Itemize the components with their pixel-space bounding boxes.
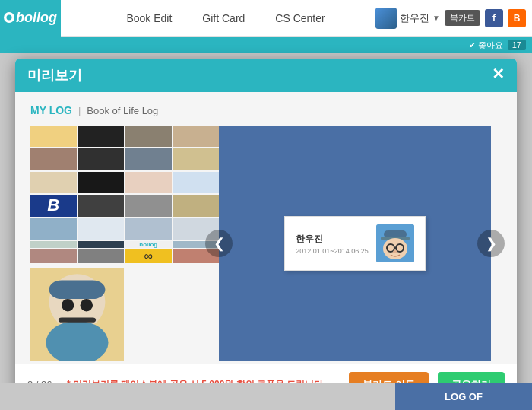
main-area: 미리보기 ✕ MY LOG | Book of Life Log: [0, 53, 532, 410]
photo-cell: [30, 268, 124, 361]
modal-header: 미리보기 ✕: [15, 59, 517, 92]
nav-book-edit[interactable]: Book Edit: [126, 12, 172, 24]
photo-cell: [30, 249, 77, 263]
header: bollog Book Edit Gift Card CS Center 한우진…: [0, 0, 532, 37]
like-bar: ✔ 좋아요 17: [0, 37, 532, 53]
main-nav: Book Edit Gift Card CS Center: [61, 12, 375, 24]
profile-name: 한우진: [296, 233, 368, 246]
blog-button[interactable]: B: [508, 9, 526, 27]
mylog-label: MY LOG: [30, 104, 72, 116]
photo-cell-bollog: bollog: [125, 241, 172, 248]
photo-cell: [78, 172, 125, 193]
photo-cell: [78, 195, 125, 216]
preview-modal: 미리보기 ✕ MY LOG | Book of Life Log: [15, 59, 517, 405]
profile-date: 2012.01.01~2014.06.25: [296, 247, 368, 255]
like-label: ✔ 좋아요: [469, 40, 503, 51]
prev-arrow[interactable]: ❮: [205, 230, 233, 257]
facebook-button[interactable]: f: [485, 9, 503, 27]
next-arrow[interactable]: ❯: [477, 230, 505, 257]
photo-cell: [30, 241, 77, 248]
photo-cell: [30, 126, 77, 147]
avatar: [375, 8, 397, 29]
photo-cell: [125, 218, 172, 240]
mylog-separator: |: [78, 105, 81, 116]
user-area[interactable]: 한우진 ▼: [375, 8, 440, 29]
photo-cell: [30, 148, 77, 170]
bottom-strip: LOG OF: [0, 383, 532, 410]
svg-point-1: [46, 321, 109, 361]
user-name: 한우진: [400, 11, 429, 25]
photo-collage: B bollog ∞: [30, 126, 219, 361]
photo-cell: [125, 126, 172, 147]
photo-cell: [78, 218, 125, 240]
mylog-line: MY LOG | Book of Life Log: [30, 104, 502, 116]
right-page: 한우진 2012.01.01~2014.06.25: [219, 126, 491, 361]
close-icon[interactable]: ✕: [492, 66, 505, 81]
photo-cell: [173, 126, 220, 147]
photo-cell: [173, 148, 220, 170]
svg-point-3: [62, 299, 74, 311]
log-off-text: LOG OF: [445, 391, 483, 402]
photo-cell: [30, 172, 77, 193]
photo-cell: [78, 241, 125, 248]
profile-avatar: [376, 224, 414, 262]
photo-cell: [173, 172, 220, 193]
svg-rect-5: [59, 318, 96, 323]
log-off-area: LOG OF: [395, 383, 532, 410]
photo-cell: [125, 172, 172, 193]
svg-rect-2: [49, 280, 106, 299]
photo-cell: [30, 218, 77, 240]
photo-cell: [173, 195, 220, 216]
mylog-subtitle: Book of Life Log: [87, 105, 158, 116]
nav-gift-card[interactable]: Gift Card: [202, 12, 245, 24]
profile-info: 한우진 2012.01.01~2014.06.25: [296, 233, 368, 255]
photo-cell: [125, 195, 172, 216]
svg-point-13: [393, 250, 397, 253]
bookstore-button[interactable]: 북카트: [445, 10, 480, 26]
preview-content: B bollog ∞: [30, 126, 502, 361]
photo-cell: [78, 148, 125, 170]
modal-title: 미리보기: [27, 66, 82, 84]
chevron-down-icon: ▼: [432, 14, 440, 22]
logo: bollog: [16, 10, 57, 26]
profile-card: 한우진 2012.01.01~2014.06.25: [284, 216, 425, 271]
photo-cell: [78, 126, 125, 147]
photo-cell: [125, 148, 172, 170]
nav-cs-center[interactable]: CS Center: [275, 12, 325, 24]
photo-cell-inf: ∞: [125, 249, 172, 263]
svg-point-4: [81, 299, 93, 311]
logo-area[interactable]: bollog: [0, 0, 61, 37]
header-right: 한우진 ▼ 북카트 f B: [375, 8, 532, 29]
photo-cell: [78, 249, 125, 263]
photo-cell-b: B: [30, 195, 77, 216]
like-count: 17: [508, 40, 526, 50]
modal-body: MY LOG | Book of Life Log: [15, 92, 517, 364]
